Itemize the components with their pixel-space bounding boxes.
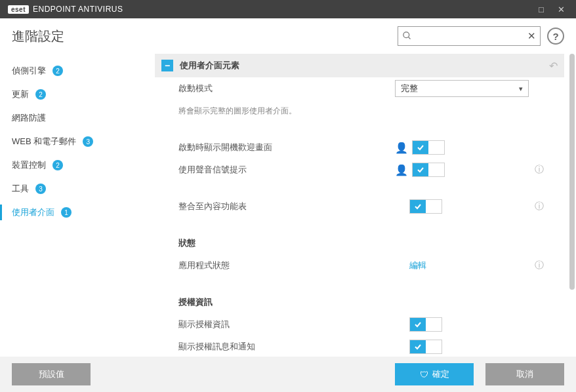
sidebar-item-update[interactable]: 更新2 (0, 83, 150, 106)
app-status-label: 應用程式狀態 (178, 260, 395, 271)
search-icon (402, 31, 412, 43)
info-icon[interactable]: ⓘ (533, 164, 546, 176)
info-icon[interactable]: ⓘ (533, 201, 546, 212)
search-input[interactable] (417, 31, 522, 41)
window-close-icon[interactable]: ✕ (551, 5, 571, 14)
svg-line-1 (408, 37, 410, 39)
status-heading: 狀態 (178, 237, 395, 249)
section-title: 使用者介面元素 (180, 60, 239, 71)
user-icon: 👤 (395, 142, 408, 154)
brand-badge: eset (8, 5, 29, 14)
svg-point-0 (403, 32, 409, 38)
sidebar-item-device[interactable]: 裝置控制2 (0, 153, 150, 177)
show-license-toggle[interactable] (409, 317, 442, 332)
startup-mode-label: 啟動模式 (178, 83, 395, 94)
show-license-msg-toggle[interactable] (409, 340, 442, 354)
license-heading: 授權資訊 (178, 296, 395, 308)
startup-mode-desc: 將會顯示完整的圖形使用者介面。 (178, 106, 297, 117)
sidebar-item-web-email[interactable]: WEB 和電子郵件3 (0, 130, 150, 153)
context-toggle[interactable] (409, 199, 442, 214)
ok-button[interactable]: 🛡確定 (395, 363, 474, 385)
sound-label: 使用聲音信號提示 (178, 164, 395, 176)
context-label: 整合至內容功能表 (178, 201, 395, 212)
window-maximize-icon[interactable]: □ (531, 5, 551, 14)
chevron-down-icon: ▾ (519, 85, 523, 93)
sidebar-item-tools[interactable]: 工具3 (0, 177, 150, 201)
show-license-msg-label: 顯示授權訊息和通知 (178, 341, 395, 353)
clear-icon[interactable]: ✕ (527, 30, 536, 42)
scrollbar[interactable] (569, 54, 575, 290)
page-title: 進階設定 (12, 28, 64, 45)
collapse-icon[interactable]: − (161, 60, 173, 71)
undo-icon[interactable]: ↶ (549, 60, 558, 72)
cancel-button[interactable]: 取消 (485, 363, 564, 385)
content: − 使用者介面元素 ↶ 啟動模式 完整 ▾ 將會顯示完整的圖形使用者介面。 啟動… (150, 54, 576, 357)
defaults-button[interactable]: 預設值 (12, 363, 91, 385)
footer: 預設值 🛡確定 取消 (0, 357, 576, 392)
help-button[interactable]: ? (547, 28, 564, 45)
header: 進階設定 ✕ ? (0, 18, 576, 54)
sidebar: 偵側引擎2 更新2 網路防護 WEB 和電子郵件3 裝置控制2 工具3 使用者介… (0, 54, 150, 357)
startup-mode-value: 完整 (401, 83, 418, 94)
shield-icon: 🛡 (420, 370, 428, 380)
sidebar-item-network[interactable]: 網路防護 (0, 106, 150, 130)
titlebar: eset ENDPOINT ANTIVIRUS □ ✕ (0, 0, 576, 18)
show-license-label: 顯示授權資訊 (178, 319, 395, 330)
startup-mode-dropdown[interactable]: 完整 ▾ (395, 80, 529, 97)
user-icon: 👤 (395, 164, 408, 176)
info-icon[interactable]: ⓘ (533, 260, 546, 271)
sidebar-item-ui[interactable]: 使用者介面1 (0, 201, 150, 224)
section-header: − 使用者介面元素 ↶ (155, 54, 564, 77)
sound-toggle[interactable] (412, 163, 445, 177)
search-input-wrap[interactable]: ✕ (398, 26, 541, 46)
splash-label: 啟動時顯示開機歡迎畫面 (178, 142, 395, 153)
sidebar-item-detection[interactable]: 偵側引擎2 (0, 59, 150, 83)
app-status-edit-link[interactable]: 編輯 (409, 260, 426, 271)
product-title: ENDPOINT ANTIVIRUS (33, 5, 123, 14)
splash-toggle[interactable] (412, 140, 445, 155)
